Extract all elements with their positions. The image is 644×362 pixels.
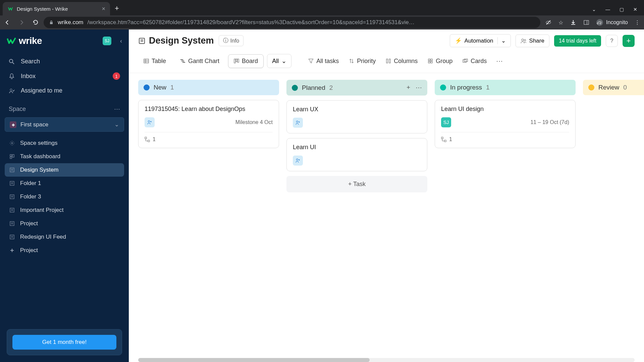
info-button[interactable]: ⓘ Info xyxy=(219,35,244,46)
close-window-icon[interactable]: ✕ xyxy=(633,7,637,12)
sidebar-header: wrike SJ ‹ xyxy=(0,29,129,52)
add-assignee-icon[interactable] xyxy=(293,156,303,166)
tree-item[interactable]: Folder 1 xyxy=(5,177,124,190)
new-tab-button[interactable]: + xyxy=(115,4,119,13)
inbox-nav[interactable]: Inbox 1 xyxy=(4,69,125,83)
column-label: New xyxy=(154,84,166,91)
space-selector[interactable]: ◆ First space ⌄ xyxy=(5,117,124,132)
search-label: Search xyxy=(21,58,40,65)
svg-point-5 xyxy=(596,19,603,26)
star-icon[interactable]: ☆ xyxy=(558,19,563,26)
add-assignee-icon[interactable] xyxy=(293,118,303,128)
column-label: In progress xyxy=(450,84,482,91)
tree-item[interactable]: Redesign UI Feed xyxy=(5,230,124,244)
tree-item[interactable]: Important Project xyxy=(5,203,124,217)
assignee-avatar[interactable]: SJ xyxy=(441,117,451,127)
search-nav[interactable]: Search xyxy=(4,54,125,69)
wrike-logo[interactable]: wrike xyxy=(7,36,42,46)
task-card[interactable]: Learn UX xyxy=(286,100,427,133)
all-selector[interactable]: All ⌄ xyxy=(267,54,291,68)
browser-tab[interactable]: Design System - Wrike × xyxy=(3,2,110,15)
eye-off-icon[interactable] xyxy=(545,19,552,26)
back-icon[interactable] xyxy=(4,19,11,26)
view-more-icon[interactable]: ⋯ xyxy=(496,57,503,65)
tree-item-label: Folder 3 xyxy=(20,193,41,200)
maximize-icon[interactable]: ▢ xyxy=(620,7,624,12)
task-card[interactable]: Learn UI xyxy=(286,138,427,171)
bell-icon xyxy=(9,73,15,79)
list-icon xyxy=(9,207,15,213)
column-label: Planned xyxy=(302,84,325,92)
tree-item[interactable]: Project xyxy=(5,217,124,230)
panel-icon[interactable] xyxy=(583,19,589,25)
assigned-nav[interactable]: Assigned to me xyxy=(4,83,125,98)
chevron-down-icon[interactable]: ⌄ xyxy=(497,37,506,44)
promo-button[interactable]: Get 1 month free! xyxy=(12,335,116,350)
tree-item[interactable]: Space settings xyxy=(5,136,124,150)
subtask-count[interactable]: 1 xyxy=(145,132,273,142)
add-task-button[interactable]: + Task xyxy=(286,176,427,192)
h-scrollbar-thumb[interactable] xyxy=(138,358,370,362)
svg-rect-67 xyxy=(441,137,443,139)
tree-item[interactable]: Task dashboard xyxy=(5,150,124,163)
status-dot-icon xyxy=(144,84,150,90)
space-name: First space xyxy=(20,121,48,128)
h-scrollbar[interactable] xyxy=(138,358,635,362)
tree-item[interactable]: Project xyxy=(5,244,124,257)
incognito-label: Incognito xyxy=(606,19,628,25)
svg-rect-19 xyxy=(10,195,14,199)
column-header[interactable]: Planned2+⋯ xyxy=(286,80,427,96)
title-text: Design System xyxy=(149,36,214,46)
reload-icon[interactable] xyxy=(32,19,39,26)
view-table[interactable]: Table xyxy=(138,55,171,68)
user-avatar[interactable]: SJ xyxy=(103,37,111,45)
task-card[interactable]: Learn UI designSJ11 – 19 Oct (7d)1 xyxy=(435,100,576,148)
column-header[interactable]: New1 xyxy=(138,80,279,95)
cards-setting[interactable]: Cards xyxy=(463,58,487,65)
column-header[interactable]: Review0 xyxy=(583,80,644,95)
priority-label: Priority xyxy=(357,58,376,65)
tree-item[interactable]: Folder 3 xyxy=(5,190,124,203)
trial-badge[interactable]: 14 trial days left xyxy=(554,35,601,47)
add-button[interactable]: + xyxy=(623,35,635,47)
view-board[interactable]: Board xyxy=(228,54,264,68)
dashboard-icon xyxy=(9,154,15,159)
minimize-icon[interactable]: ― xyxy=(605,7,610,12)
sort-priority[interactable]: Priority xyxy=(349,58,376,65)
incognito-badge[interactable]: Incognito xyxy=(596,19,628,26)
column-count: 0 xyxy=(623,84,627,91)
view-bar: Table Gantt Chart Board All ⌄ All tasks … xyxy=(129,52,644,73)
tab-dropdown-icon[interactable]: ⌄ xyxy=(592,7,596,12)
space-header: Space ⋯ xyxy=(0,100,129,115)
close-tab-icon[interactable]: × xyxy=(102,5,105,12)
space-more-icon[interactable]: ⋯ xyxy=(114,105,120,113)
wrike-logo-text: wrike xyxy=(19,36,42,46)
task-card[interactable]: 1197315045: Learn about DesignOpsMilesto… xyxy=(138,100,279,148)
inbox-label: Inbox xyxy=(21,73,36,80)
svg-rect-50 xyxy=(428,59,430,61)
share-button[interactable]: Share xyxy=(516,35,549,47)
group-setting[interactable]: Group xyxy=(428,58,452,65)
columns-setting[interactable]: Columns xyxy=(386,58,418,65)
menu-icon[interactable]: ⋮ xyxy=(635,19,640,26)
filter-all-tasks[interactable]: All tasks xyxy=(308,58,339,65)
tree-item[interactable]: Design System xyxy=(5,163,124,177)
gear-icon xyxy=(9,140,15,146)
svg-point-37 xyxy=(524,39,526,41)
svg-rect-0 xyxy=(50,22,53,24)
url-input[interactable]: wrike.com/workspace.htm?acc=6250782#fold… xyxy=(44,17,540,28)
main: Design System ⓘ Info ⚡ Automation ⌄ Shar… xyxy=(129,29,644,362)
view-gantt[interactable]: Gantt Chart xyxy=(175,55,225,68)
column-more-icon[interactable]: ⋯ xyxy=(416,84,422,92)
tree-item-label: Space settings xyxy=(20,140,58,146)
download-icon[interactable] xyxy=(570,19,577,26)
column-header[interactable]: In progress1 xyxy=(435,80,576,95)
add-assignee-icon[interactable] xyxy=(145,117,155,127)
help-button[interactable]: ? xyxy=(606,35,618,47)
add-card-icon[interactable]: + xyxy=(407,84,410,92)
inbox-badge: 1 xyxy=(113,72,120,80)
collapse-sidebar-icon[interactable]: ‹ xyxy=(120,38,122,45)
subtask-count[interactable]: 1 xyxy=(441,132,569,142)
status-dot-icon xyxy=(588,84,594,90)
automation-button[interactable]: ⚡ Automation ⌄ xyxy=(450,34,511,47)
